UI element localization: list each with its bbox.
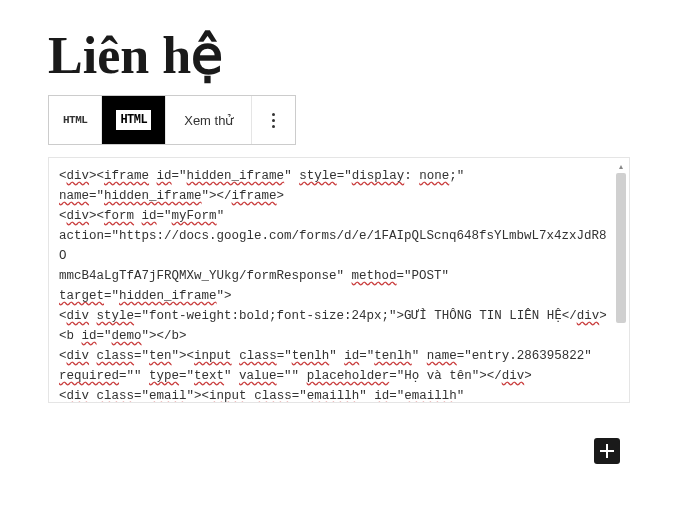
plus-icon (599, 443, 615, 459)
html-edit-button[interactable]: HTML (102, 96, 166, 144)
dots-vertical-icon (272, 113, 275, 116)
preview-button[interactable]: Xem thử (166, 96, 252, 144)
html-code-editor[interactable]: ▴ <div><iframe id="hidden_iframe" style=… (48, 157, 630, 403)
scroll-up-icon[interactable]: ▴ (615, 160, 627, 172)
block-toolbar: HTML HTML Xem thử (48, 95, 296, 145)
more-options-button[interactable] (252, 96, 295, 144)
add-block-button[interactable] (594, 438, 620, 464)
page-title: Liên hệ (48, 25, 676, 85)
scroll-thumb[interactable] (616, 173, 626, 323)
code-content: <div><iframe id="hidden_iframe" style="d… (49, 158, 629, 403)
scrollbar[interactable]: ▴ (615, 160, 627, 400)
html-block-icon[interactable]: HTML (49, 96, 102, 144)
